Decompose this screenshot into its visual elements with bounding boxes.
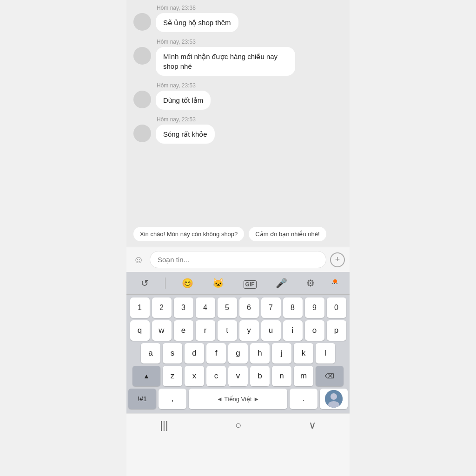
key-6[interactable]: 6 bbox=[239, 298, 259, 318]
message-time-3: Hôm nay, 23:53 bbox=[157, 82, 211, 89]
shift-key[interactable]: ▲ bbox=[132, 366, 160, 386]
key-7[interactable]: 7 bbox=[261, 298, 281, 318]
backspace-key[interactable]: ⌫ bbox=[316, 366, 344, 386]
key-l[interactable]: l bbox=[316, 343, 335, 364]
message-time-1: Hôm nay, 23:38 bbox=[157, 5, 238, 11]
asdf-row: a s d f g h j k l bbox=[128, 343, 348, 364]
settings-icon[interactable]: ⚙ bbox=[304, 276, 317, 291]
zxcv-row: ▲ z x c v b n m ⌫ bbox=[128, 366, 348, 386]
key-e[interactable]: e bbox=[174, 320, 193, 341]
avatar-3 bbox=[133, 91, 151, 108]
key-4[interactable]: 4 bbox=[196, 298, 215, 318]
key-p[interactable]: p bbox=[327, 320, 346, 341]
bottom-row: !#1 , ◄ Tiếng Việt ► . bbox=[128, 389, 348, 409]
input-area: ☺ + bbox=[126, 247, 350, 272]
message-bubble-3: Dùng tốt lắm bbox=[156, 91, 211, 110]
nav-bar: ||| ○ ∨ bbox=[126, 413, 350, 435]
keyboard-toolbar: ↺ 😊 🐱 GIF 🎤 ⚙ ··· bbox=[126, 272, 350, 295]
key-r[interactable]: r bbox=[196, 320, 215, 341]
space-key[interactable]: ◄ Tiếng Việt ► bbox=[189, 389, 287, 409]
key-v[interactable]: v bbox=[228, 366, 248, 386]
avatar-1 bbox=[133, 13, 151, 31]
key-1[interactable]: 1 bbox=[130, 298, 150, 318]
key-w[interactable]: w bbox=[152, 320, 172, 341]
key-z[interactable]: z bbox=[163, 366, 182, 386]
key-a[interactable]: a bbox=[141, 343, 160, 364]
key-o[interactable]: o bbox=[305, 320, 324, 341]
svg-point-1 bbox=[331, 393, 337, 400]
more-icon[interactable]: ··· bbox=[331, 278, 338, 288]
user-avatar-key[interactable] bbox=[320, 389, 348, 409]
separator-1 bbox=[165, 278, 165, 289]
key-n[interactable]: n bbox=[272, 366, 291, 386]
message-bubble-4: Sóng rất khỏe bbox=[156, 125, 215, 144]
mic-icon[interactable]: 🎤 bbox=[273, 276, 290, 291]
user-avatar bbox=[325, 390, 343, 408]
avatar-4 bbox=[133, 125, 151, 142]
quick-replies: Xin chào! Món này còn không shop? Cảm ơn… bbox=[126, 223, 350, 247]
message-content-4: Hôm nay, 23:53 Sóng rất khỏe bbox=[156, 116, 215, 144]
add-button[interactable]: + bbox=[330, 252, 345, 267]
key-k[interactable]: k bbox=[294, 343, 313, 364]
key-t[interactable]: t bbox=[218, 320, 237, 341]
key-5[interactable]: 5 bbox=[218, 298, 237, 318]
quick-reply-1[interactable]: Xin chào! Món này còn không shop? bbox=[133, 227, 244, 241]
message-bubble-1: Sẽ ủng hộ shop thêm bbox=[156, 13, 238, 32]
quick-reply-2[interactable]: Cảm ơn bạn nhiều nhé! bbox=[249, 227, 326, 241]
key-u[interactable]: u bbox=[261, 320, 281, 341]
home-nav-icon[interactable]: ○ bbox=[235, 419, 241, 431]
back-nav-icon[interactable]: ||| bbox=[160, 419, 168, 431]
message-bubble-2: Mình mới nhận được hàng chiều nay shop n… bbox=[156, 47, 295, 76]
key-y[interactable]: y bbox=[239, 320, 259, 341]
key-9[interactable]: 9 bbox=[305, 298, 324, 318]
key-s[interactable]: s bbox=[163, 343, 182, 364]
period-key[interactable]: . bbox=[290, 389, 317, 409]
chat-area: Hôm nay, 23:38 Sẽ ủng hộ shop thêm Hôm n… bbox=[126, 0, 350, 223]
key-8[interactable]: 8 bbox=[283, 298, 303, 318]
sticker-icon[interactable]: 🐱 bbox=[210, 276, 227, 291]
key-3[interactable]: 3 bbox=[174, 298, 193, 318]
message-content-2: Hôm nay, 23:53 Mình mới nhận được hàng c… bbox=[156, 39, 295, 76]
refresh-icon[interactable]: ↺ bbox=[138, 276, 152, 291]
number-row: 1 2 3 4 5 6 7 8 9 0 bbox=[128, 298, 348, 318]
key-f[interactable]: f bbox=[206, 343, 226, 364]
key-c[interactable]: c bbox=[206, 366, 226, 386]
key-x[interactable]: x bbox=[185, 366, 204, 386]
message-group-2: Hôm nay, 23:53 Mình mới nhận được hàng c… bbox=[133, 39, 343, 76]
message-group-1: Hôm nay, 23:38 Sẽ ủng hộ shop thêm bbox=[133, 5, 343, 32]
key-g[interactable]: g bbox=[228, 343, 248, 364]
emoji-toolbar-icon[interactable]: 😊 bbox=[179, 276, 196, 291]
comma-key[interactable]: , bbox=[159, 389, 186, 409]
message-group-4: Hôm nay, 23:53 Sóng rất khỏe bbox=[133, 116, 343, 144]
message-group-3: Hôm nay, 23:53 Dùng tốt lắm bbox=[133, 82, 343, 110]
avatar-2 bbox=[133, 47, 151, 65]
message-content-1: Hôm nay, 23:38 Sẽ ủng hộ shop thêm bbox=[156, 5, 238, 32]
message-time-2: Hôm nay, 23:53 bbox=[157, 39, 295, 45]
key-q[interactable]: q bbox=[130, 320, 150, 341]
key-i[interactable]: i bbox=[283, 320, 303, 341]
qwerty-row: q w e r t y u i o p bbox=[128, 320, 348, 341]
key-0[interactable]: 0 bbox=[327, 298, 346, 318]
key-h[interactable]: h bbox=[250, 343, 270, 364]
notification-dot bbox=[333, 279, 337, 283]
gif-icon[interactable]: GIF bbox=[241, 276, 259, 291]
key-b[interactable]: b bbox=[250, 366, 270, 386]
key-2[interactable]: 2 bbox=[152, 298, 172, 318]
recent-nav-icon[interactable]: ∨ bbox=[309, 419, 316, 431]
message-time-4: Hôm nay, 23:53 bbox=[157, 116, 215, 123]
keyboard: 1 2 3 4 5 6 7 8 9 0 q w e r t y u i o p … bbox=[126, 295, 350, 413]
special-key[interactable]: !#1 bbox=[128, 389, 156, 409]
emoji-icon[interactable]: ☺ bbox=[131, 252, 146, 267]
key-d[interactable]: d bbox=[185, 343, 204, 364]
message-content-3: Hôm nay, 23:53 Dùng tốt lắm bbox=[156, 82, 211, 110]
message-input[interactable] bbox=[150, 251, 326, 268]
key-j[interactable]: j bbox=[272, 343, 291, 364]
key-m[interactable]: m bbox=[294, 366, 313, 386]
